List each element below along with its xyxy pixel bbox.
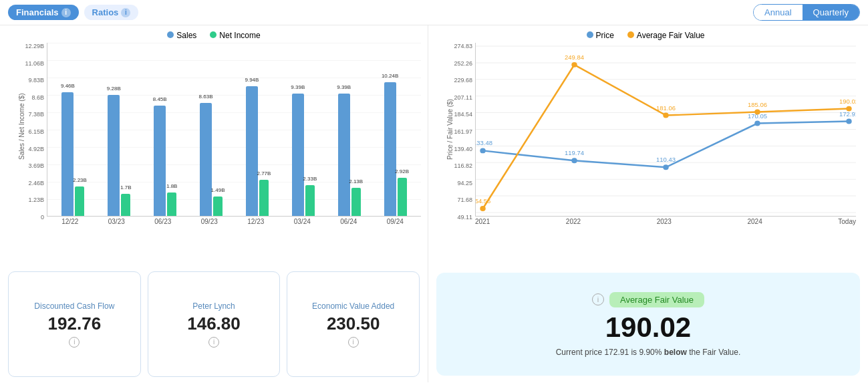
bar-chart-area: Sales Net Income Sales / Net Income ($) … bbox=[0, 25, 428, 266]
line-chart-container: Price / Fair Value ($) 274.83 252.26 229… bbox=[428, 43, 863, 237]
lx-4: Today bbox=[838, 218, 856, 225]
ly-8: 94.25 bbox=[431, 180, 472, 186]
eva-title: Economic Value Added bbox=[312, 301, 394, 311]
x-label-7: 09/24 bbox=[372, 218, 419, 225]
bar-group-4: 9.94B2.77B bbox=[235, 43, 281, 216]
ratios-info-icon[interactable]: i bbox=[121, 8, 130, 17]
lx-2: 2023 bbox=[657, 218, 672, 225]
x-label-3: 09/23 bbox=[186, 218, 233, 225]
x-label-6: 06/24 bbox=[325, 218, 372, 225]
line-x-labels: 2021 2022 2023 2024 Today bbox=[475, 218, 856, 225]
x-label-0: 12/22 bbox=[47, 218, 94, 225]
svg-text:172.91: 172.91 bbox=[839, 111, 856, 118]
net-income-legend: Net Income bbox=[210, 31, 260, 40]
income-bar-0: 2.23B bbox=[75, 186, 84, 216]
ly-10: 49.11 bbox=[431, 214, 472, 221]
lx-1: 2022 bbox=[566, 218, 581, 225]
bar-chart-legend: Sales Net Income bbox=[0, 31, 428, 40]
lx-0: 2021 bbox=[475, 218, 490, 225]
svg-text:181.06: 181.06 bbox=[656, 105, 676, 112]
net-income-legend-label: Net Income bbox=[219, 31, 260, 40]
top-nav: Financials i Ratios i Annual Quarterly bbox=[0, 0, 868, 25]
bar-chart-container: Sales / Net Income ($) 12.29B 11.06B 9.8… bbox=[0, 43, 428, 237]
bar-x-labels: 12/2203/2306/2309/2312/2303/2406/2409/24 bbox=[47, 218, 421, 225]
line-chart-inner: 133.48119.74110.43170.05172.9154.56249.8… bbox=[475, 43, 856, 217]
fv-value: 190.02 bbox=[605, 311, 691, 344]
income-bar-3: 1.49B bbox=[213, 197, 223, 216]
line-chart-legend: Price Average Fair Value bbox=[428, 31, 863, 40]
ly-5: 161.97 bbox=[431, 128, 472, 135]
bar-chart-inner: 9.46B2.23B9.28B1.7B8.45B1.8B8.63B1.49B9.… bbox=[47, 43, 421, 217]
ly-6: 139.40 bbox=[431, 146, 472, 152]
y-label-0: 12.29B bbox=[3, 43, 44, 49]
fv-legend-label: Average Fair Value bbox=[637, 31, 705, 40]
pl-info-icon[interactable]: i bbox=[208, 337, 219, 348]
lx-3: 2024 bbox=[747, 218, 762, 225]
left-panel: Sales Net Income Sales / Net Income ($) … bbox=[0, 25, 428, 382]
income-bar-1: 1.7B bbox=[121, 194, 130, 216]
fv-label: Average Fair Value bbox=[609, 292, 704, 307]
eva-value: 230.50 bbox=[327, 313, 380, 334]
income-bar-6: 2.13B bbox=[351, 188, 361, 216]
svg-point-21 bbox=[480, 206, 485, 211]
eva-card: Economic Value Added 230.50 i bbox=[287, 271, 420, 377]
y-label-9: 1.23B bbox=[3, 197, 44, 203]
bar-group-5: 9.39B2.33B bbox=[280, 43, 326, 216]
income-bar-2: 1.8B bbox=[167, 192, 176, 216]
svg-point-25 bbox=[663, 113, 668, 118]
y-label-8: 2.46B bbox=[3, 180, 44, 186]
sales-bar-3: 8.63B bbox=[200, 103, 212, 216]
right-panel: Price Average Fair Value Price / Fair Va… bbox=[428, 25, 868, 382]
y-label-4: 7.38B bbox=[3, 111, 44, 118]
eva-info-icon[interactable]: i bbox=[348, 337, 359, 348]
bar-group-1: 9.28B1.7B bbox=[96, 43, 142, 216]
fv-subtitle: Current price 172.91 is 9.90% below the … bbox=[556, 348, 741, 357]
ly-3: 207.11 bbox=[431, 94, 472, 101]
price-legend-label: Price bbox=[596, 31, 614, 40]
dcf-card: Discounted Cash Flow 192.76 i bbox=[8, 271, 141, 377]
sales-bar-7: 10.24B bbox=[384, 82, 396, 216]
income-bar-7: 2.92B bbox=[398, 178, 407, 216]
bar-group-2: 8.45B1.8B bbox=[142, 43, 188, 216]
bar-group-0: 9.46B2.23B bbox=[50, 43, 96, 216]
pl-value: 146.80 bbox=[187, 313, 241, 334]
financials-info-icon[interactable]: i bbox=[61, 8, 71, 17]
svg-text:110.43: 110.43 bbox=[656, 157, 676, 164]
dcf-value: 192.76 bbox=[48, 313, 102, 334]
ly-9: 71.68 bbox=[431, 197, 472, 203]
y-label-7: 3.69B bbox=[3, 162, 44, 169]
ly-4: 184.54 bbox=[431, 111, 472, 118]
quarterly-btn[interactable]: Quarterly bbox=[803, 5, 859, 20]
y-label-5: 6.15B bbox=[3, 128, 44, 135]
financials-tab[interactable]: Financials i bbox=[8, 5, 79, 20]
svg-point-27 bbox=[754, 110, 760, 115]
period-toggle: Annual Quarterly bbox=[753, 4, 860, 21]
annual-btn[interactable]: Annual bbox=[754, 5, 802, 20]
x-label-1: 03/23 bbox=[94, 218, 140, 225]
svg-point-29 bbox=[846, 106, 851, 112]
svg-point-11 bbox=[480, 148, 485, 153]
svg-text:119.74: 119.74 bbox=[565, 150, 584, 157]
svg-text:249.84: 249.84 bbox=[565, 54, 584, 61]
dcf-info-icon[interactable]: i bbox=[69, 337, 80, 348]
fair-value-box: i Average Fair Value 190.02 Current pric… bbox=[436, 273, 860, 376]
fv-row: i Average Fair Value bbox=[592, 292, 704, 307]
fv-info-icon[interactable]: i bbox=[592, 293, 604, 305]
bar-group-6: 9.39B2.13B bbox=[326, 43, 372, 216]
sales-legend-label: Sales bbox=[176, 31, 196, 40]
ly-2: 229.68 bbox=[431, 77, 472, 84]
ratios-tab[interactable]: Ratios i bbox=[84, 5, 139, 20]
line-chart-svg: 133.48119.74110.43170.05172.9154.56249.8… bbox=[476, 43, 856, 216]
y-label-2: 9.83B bbox=[3, 77, 44, 84]
pl-card: Peter Lynch 146.80 i bbox=[148, 271, 281, 377]
sales-bar-4: 9.94B bbox=[246, 86, 258, 216]
bar-group-7: 10.24B2.92B bbox=[372, 43, 418, 216]
svg-text:185.06: 185.06 bbox=[748, 102, 767, 108]
x-label-2: 06/23 bbox=[140, 218, 186, 225]
y-label-10: 0 bbox=[3, 214, 44, 221]
bottom-cards: Discounted Cash Flow 192.76 i Peter Lync… bbox=[0, 266, 428, 382]
bar-group-3: 8.63B1.49B bbox=[188, 43, 235, 216]
svg-point-13 bbox=[571, 158, 577, 163]
line-y-labels: 274.83 252.26 229.68 207.11 184.54 161.9… bbox=[431, 43, 472, 221]
svg-point-23 bbox=[571, 62, 577, 68]
